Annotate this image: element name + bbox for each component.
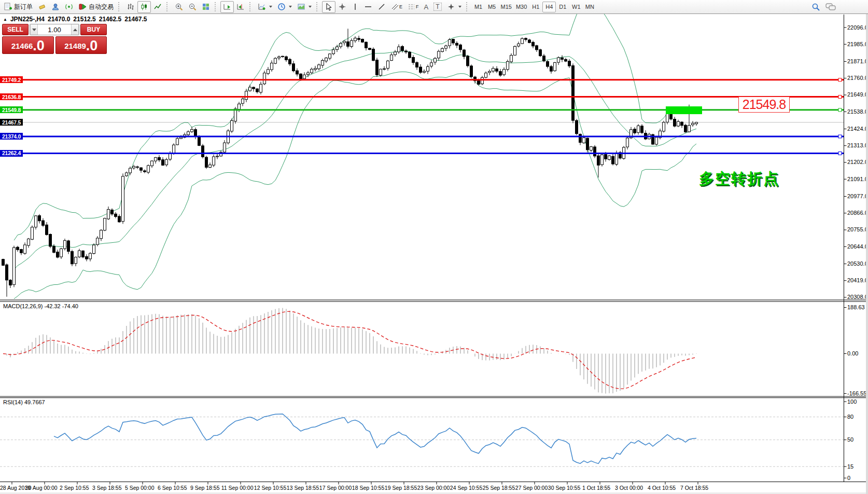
label-tool-button[interactable]: T xyxy=(431,1,444,13)
zoom-out-button[interactable] xyxy=(186,1,199,13)
rsi-pane xyxy=(0,414,844,466)
auto-scroll-button[interactable] xyxy=(220,1,234,13)
ohlc-low: 21462.5 xyxy=(99,16,121,23)
candlestick-chart-button[interactable] xyxy=(137,1,151,13)
timeframe-button-m1[interactable]: M1 xyxy=(472,2,485,12)
dropdown-caret-icon xyxy=(269,6,272,8)
toolbar-group-scroll xyxy=(220,0,247,13)
date-label: 24 Sep 10:55 xyxy=(450,485,482,491)
zoom-in-button[interactable] xyxy=(172,1,186,13)
macd-axis-tick: 0.00 xyxy=(847,350,858,356)
channel-letter: E xyxy=(399,4,402,9)
channel-tool-button[interactable]: E xyxy=(388,1,405,13)
line-handle[interactable] xyxy=(838,78,842,81)
line-handle[interactable] xyxy=(838,152,842,155)
volume-input[interactable] xyxy=(38,24,71,35)
date-label: 17 Sep 00:00 xyxy=(319,485,352,491)
rsi-axis-tick: 100 xyxy=(847,399,857,405)
volume-decrease-button[interactable] xyxy=(30,24,38,35)
date-label: 12 Sep 10:55 xyxy=(254,485,286,491)
crosshair-tool-button[interactable] xyxy=(335,1,349,13)
price-tag: 21749.2 xyxy=(0,76,23,83)
timeframe-button-m30[interactable]: M30 xyxy=(514,2,529,12)
buy-button[interactable]: BUY xyxy=(80,24,107,35)
timeframe-button-d1[interactable]: D1 xyxy=(556,2,569,12)
tile-windows-button[interactable] xyxy=(199,1,213,13)
macd-axis-tick: -166.55 xyxy=(847,390,866,396)
line-chart-button[interactable] xyxy=(151,1,164,13)
buy-price-big: .0 xyxy=(86,38,98,53)
price-axis-tick: 21760.0 xyxy=(847,75,868,81)
fibonacci-tool-button[interactable]: F xyxy=(405,1,422,13)
templates-button[interactable] xyxy=(295,1,314,13)
sell-button[interactable]: SELL xyxy=(2,24,29,35)
horizontal-line-tool-button[interactable] xyxy=(361,1,375,13)
date-label: 13 Sep 18:55 xyxy=(287,485,319,491)
clock-icon xyxy=(277,3,286,11)
volume-increase-button[interactable] xyxy=(71,24,79,35)
styler-button[interactable] xyxy=(35,1,49,13)
fibonacci-icon xyxy=(408,3,415,11)
search-icon[interactable] xyxy=(811,3,820,11)
rsi-axis-tick: 50 xyxy=(847,436,853,443)
volume-stepper xyxy=(30,24,79,35)
timeframe-button-h1[interactable]: H1 xyxy=(529,2,542,12)
level-lines[interactable] xyxy=(0,78,844,155)
rsi-axis-tick: 15 xyxy=(847,463,853,470)
turning-point-annotation[interactable]: 多空转折点 xyxy=(699,169,779,189)
timeframe-button-w1[interactable]: W1 xyxy=(569,2,583,12)
macd-label: MACD(12,26,9) -42.32 -74.40 xyxy=(3,303,78,309)
line-handle[interactable] xyxy=(838,135,842,138)
indicators-button[interactable] xyxy=(255,1,275,13)
price-axis-tick: 21538.0 xyxy=(847,108,868,115)
window-edge xyxy=(866,0,868,494)
chart-canvas[interactable] xyxy=(0,0,868,494)
price-axis-tick: 20644.0 xyxy=(847,243,868,250)
chart-shift-button[interactable] xyxy=(234,1,247,13)
auto-trading-icon xyxy=(78,3,87,11)
timeframe-button-h4[interactable]: H4 xyxy=(542,2,556,12)
rsi-value: 49.7667 xyxy=(24,399,45,405)
date-label: 1 Oct 18:55 xyxy=(582,485,610,491)
signal-button[interactable] xyxy=(62,1,76,13)
sell-price-big: .0 xyxy=(33,38,45,53)
timeframe-button-m5[interactable]: M5 xyxy=(485,2,499,12)
timeframe-button-m15[interactable]: M15 xyxy=(499,2,514,12)
text-tool-button[interactable]: A xyxy=(422,1,431,13)
arrows-tool-button[interactable] xyxy=(444,1,464,13)
price-axis-tick: 20308.0 xyxy=(847,294,868,300)
price-callout-box[interactable]: 21549.8 xyxy=(738,97,790,113)
trendline-tool-button[interactable] xyxy=(375,1,388,13)
chat-icon[interactable] xyxy=(825,3,836,11)
new-order-icon xyxy=(4,3,12,11)
bar-chart-button[interactable] xyxy=(124,1,137,13)
vertical-line-tool-button[interactable] xyxy=(349,1,361,13)
price-axis-tick: 21871.0 xyxy=(847,58,868,64)
profile-button[interactable] xyxy=(49,1,62,13)
highlight-rectangle[interactable] xyxy=(666,106,702,114)
line-handle[interactable] xyxy=(838,95,842,99)
timeframe-button-mn[interactable]: MN xyxy=(583,2,596,12)
price-axis-tick: 20866.0 xyxy=(847,210,868,216)
toolbar-group-trade: 新订单 自动交易 xyxy=(1,0,116,13)
price-axis-tick: 20755.0 xyxy=(847,226,868,232)
price-axis-tick: 20419.0 xyxy=(847,277,868,283)
auto-trading-button[interactable]: 自动交易 xyxy=(76,1,116,13)
line-handle[interactable] xyxy=(838,108,842,112)
price-axis-tick: 21649.0 xyxy=(847,91,868,98)
macd-pane xyxy=(3,308,696,394)
date-label: 11 Sep 00:00 xyxy=(221,485,254,491)
dropdown-caret-icon xyxy=(458,6,461,8)
periods-button[interactable] xyxy=(275,1,295,13)
crosshair-icon xyxy=(338,3,346,11)
new-order-button[interactable]: 新订单 xyxy=(1,1,35,13)
price-axis-tick: 20977.0 xyxy=(847,193,868,199)
date-label: 7 Oct 18:55 xyxy=(680,485,708,491)
channel-icon xyxy=(391,3,399,11)
collapse-panel-icon[interactable]: ▲ xyxy=(3,17,7,22)
toolbar-group-zoom xyxy=(172,0,213,13)
cursor-icon xyxy=(325,3,333,11)
cursor-tool-button[interactable] xyxy=(322,1,335,13)
sell-price-button[interactable]: 21466 .0 xyxy=(2,36,54,54)
buy-price-button[interactable]: 21489 .0 xyxy=(55,36,107,54)
